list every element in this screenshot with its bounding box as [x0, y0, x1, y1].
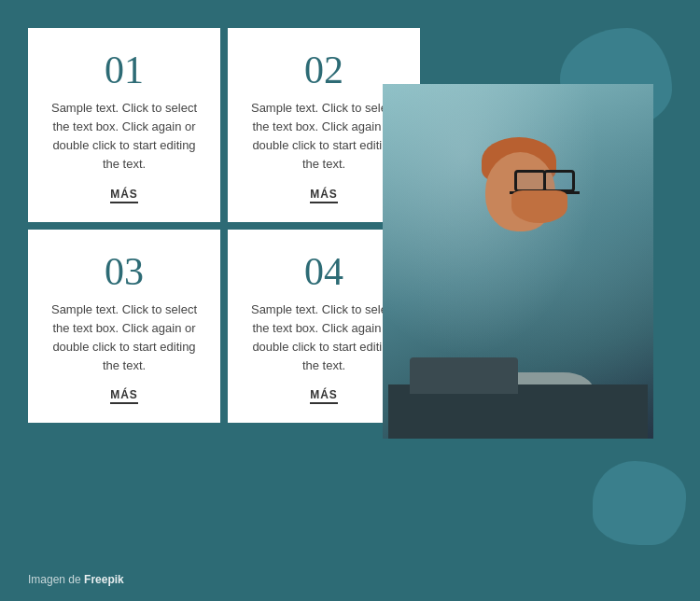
- laptop: [410, 357, 518, 394]
- card-3: 03 Sample text. Click to select the text…: [28, 230, 220, 424]
- person-body: [410, 137, 626, 439]
- card-4-link[interactable]: MÁS: [310, 388, 338, 404]
- card-3-link[interactable]: MÁS: [110, 388, 138, 404]
- card-1-number: 01: [105, 50, 144, 90]
- card-1: 01 Sample text. Click to select the text…: [28, 28, 220, 222]
- footer: Imagen de Freepik: [28, 570, 124, 587]
- card-3-number: 03: [105, 252, 144, 291]
- card-4-number: 04: [304, 252, 343, 291]
- footer-freepik-link[interactable]: Freepik: [84, 573, 124, 586]
- card-1-text: Sample text. Click to select the text bo…: [49, 99, 200, 175]
- photo-box: [383, 84, 653, 439]
- card-4-text: Sample text. Click to select the text bo…: [248, 300, 399, 376]
- cards-grid: 01 Sample text. Click to select the text…: [28, 28, 420, 423]
- card-1-link[interactable]: MÁS: [110, 188, 138, 203]
- footer-prefix: Imagen de: [28, 573, 84, 586]
- person-photo: [383, 84, 653, 439]
- card-2-number: 02: [304, 50, 343, 90]
- head: [485, 152, 555, 231]
- beard: [511, 190, 567, 223]
- photo-section: [383, 28, 672, 532]
- card-2-text: Sample text. Click to select the text bo…: [248, 99, 399, 175]
- card-2-link[interactable]: MÁS: [310, 188, 338, 203]
- footer-text: Imagen de Freepik: [28, 573, 124, 586]
- card-3-text: Sample text. Click to select the text bo…: [49, 300, 200, 376]
